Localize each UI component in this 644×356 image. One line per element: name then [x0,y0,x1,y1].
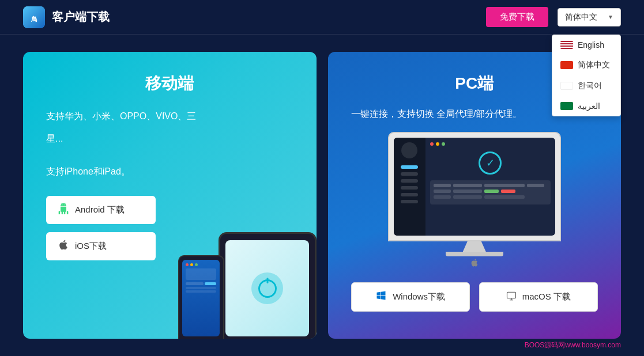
android-icon [58,203,69,217]
lang-item-chinese[interactable]: 简体中文 [552,55,620,75]
selected-language: 简体中文 [565,12,597,22]
apple-icon [58,239,69,253]
header: 鳥 客户端下载 免费下载 简体中文 ▼ English 简体中文 한국어 [0,0,644,35]
flag-ar-icon [560,102,573,110]
flag-kr-icon [560,82,573,90]
mobile-desc1: 支持华为、小米、OPPO、VIVO、三 [46,108,293,125]
svg-text:鳥: 鳥 [31,16,37,22]
app-logo: 鳥 [23,6,45,28]
monitor-stand [463,241,486,252]
monitor-screen: ✓ [394,138,555,236]
lang-item-arabic[interactable]: العربية [552,96,620,116]
windows-icon [375,290,387,304]
language-selector[interactable]: 简体中文 ▼ [558,8,621,26]
main-content: 移动端 支持华为、小米、OPPO、VIVO、三 星... 支持iPhone和iP… [0,35,644,356]
lang-label-english: English [578,40,604,50]
flag-cn-icon [560,61,573,69]
monitor-main: ✓ [425,138,555,236]
ios-download-label: iOS下载 [75,241,107,252]
android-download-label: Android 下载 [75,204,125,215]
mobile-desc2: 星... [46,131,293,147]
pc-download-buttons: Windows下载 macOS 下载 [351,282,598,312]
header-left: 鳥 客户端下载 [23,6,110,28]
lang-label-korean: 한국어 [578,81,602,91]
footer-text: BOOS源码网www.boosym.com [525,340,621,350]
lang-label-arabic: العربية [578,101,600,111]
mobile-desc3: 支持iPhone和iPad。 [46,164,293,180]
monitor-sidebar [394,138,425,236]
monitor-table [430,180,551,204]
svg-rect-2 [507,292,515,298]
check-circle-icon: ✓ [479,152,502,175]
mobile-title: 移动端 [46,73,293,94]
android-download-button[interactable]: Android 下载 [46,196,156,224]
macos-download-button[interactable]: macOS 下载 [479,282,598,312]
language-dropdown: English 简体中文 한국어 العربية [552,35,621,116]
ios-download-button[interactable]: iOS下载 [46,232,156,260]
lang-item-english[interactable]: English [552,35,620,55]
free-download-button[interactable]: 免费下载 [486,7,548,27]
macos-download-label: macOS 下载 [522,291,571,302]
lang-item-korean[interactable]: 한국어 [552,75,620,96]
monitor-frame: ✓ [388,132,561,241]
lang-label-chinese: 简体中文 [578,60,610,70]
windows-download-button[interactable]: Windows下载 [351,282,470,312]
device-illustrations [172,212,317,339]
flag-us-icon [560,41,573,49]
page-title: 客户端下载 [52,9,110,25]
chevron-down-icon: ▼ [608,14,613,20]
monitor: ✓ [388,132,561,271]
monitor-base [446,252,503,256]
apple-logo-icon [388,257,561,271]
macos-icon [506,291,517,304]
header-right: 免费下载 简体中文 ▼ English 简体中文 한국어 العربية [486,7,621,27]
monitor-illustration: ✓ [351,132,598,271]
windows-download-label: Windows下载 [393,291,445,302]
mobile-section: 移动端 支持华为、小米、OPPO、VIVO、三 星... 支持iPhone和iP… [23,52,317,339]
